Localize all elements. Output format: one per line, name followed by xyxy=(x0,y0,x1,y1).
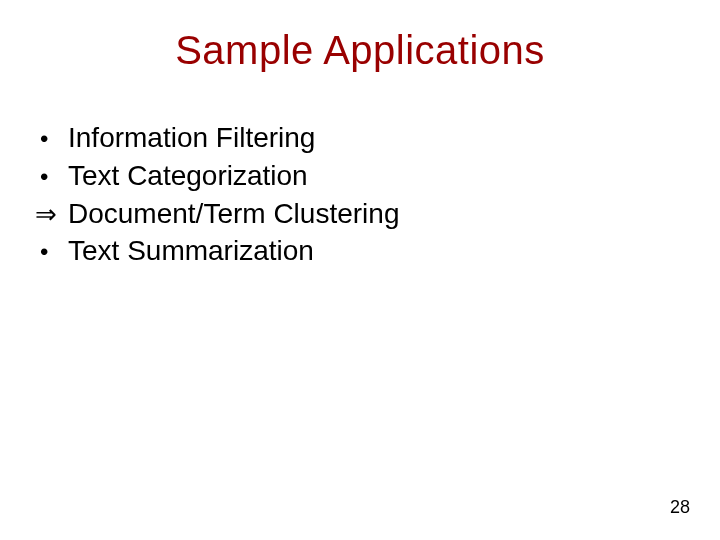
arrow-icon xyxy=(40,195,68,233)
list-item-text: Document/Term Clustering xyxy=(68,195,399,233)
bullet-icon xyxy=(40,119,68,157)
slide: Sample Applications Information Filterin… xyxy=(0,0,720,540)
list-item: Document/Term Clustering xyxy=(40,195,720,233)
bullet-list: Information Filtering Text Categorizatio… xyxy=(40,119,720,270)
slide-title: Sample Applications xyxy=(0,0,720,73)
list-item: Text Summarization xyxy=(40,232,720,270)
bullet-icon xyxy=(40,157,68,195)
list-item-text: Information Filtering xyxy=(68,119,315,157)
page-number: 28 xyxy=(670,497,690,518)
list-item: Text Categorization xyxy=(40,157,720,195)
list-item: Information Filtering xyxy=(40,119,720,157)
list-item-text: Text Summarization xyxy=(68,232,314,270)
list-item-text: Text Categorization xyxy=(68,157,308,195)
bullet-icon xyxy=(40,232,68,270)
